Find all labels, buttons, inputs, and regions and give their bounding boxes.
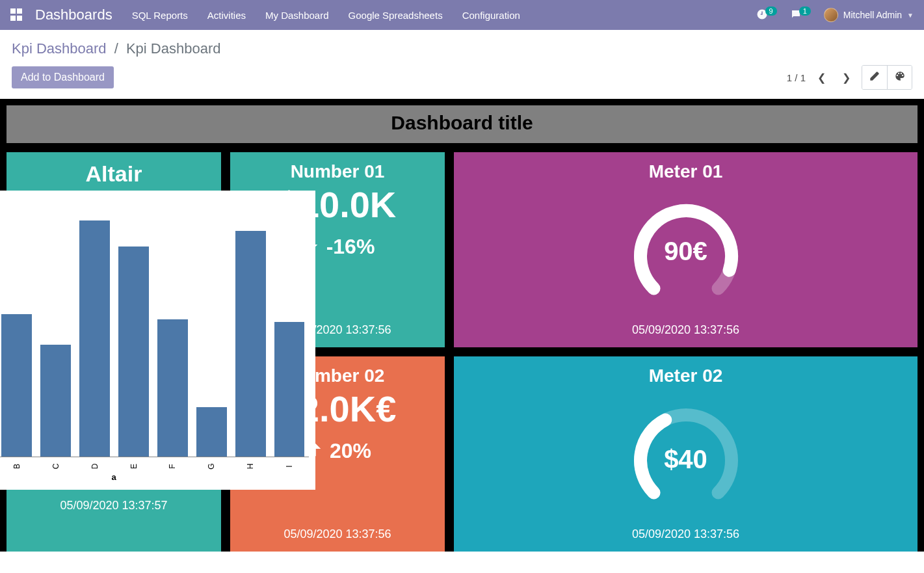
gauge: $40	[621, 395, 751, 500]
bar	[1, 314, 32, 457]
x-tick: E	[129, 464, 139, 469]
gauge-value: $40	[664, 445, 707, 474]
add-to-dashboard-button[interactable]: Add to Dashboard	[12, 66, 114, 88]
bar	[274, 322, 305, 457]
pencil-icon	[869, 71, 880, 84]
user-name: Mitchell Admin	[843, 10, 902, 20]
tile-meter-01[interactable]: Meter 01 90€ 05/09/2020 13:37:56	[454, 152, 917, 347]
bar	[196, 407, 227, 457]
messages-indicator[interactable]: 1	[790, 8, 811, 22]
nav-activities[interactable]: Activities	[207, 10, 246, 21]
dashboard-title: Dashboard title	[7, 112, 917, 134]
tile-timestamp: 05/09/2020 13:37:56	[632, 323, 739, 337]
gauge-value: 90€	[664, 237, 707, 266]
gauge: 90€	[621, 191, 751, 295]
pager-next[interactable]: ❯	[837, 67, 855, 88]
pager-text: 1 / 1	[787, 72, 806, 83]
tile-timestamp: 05/09/2020 13:37:56	[284, 527, 391, 541]
tile-title: Altair	[86, 161, 142, 187]
x-tick: B	[12, 464, 21, 469]
tile-meter-02[interactable]: Meter 02 $40 05/09/2020 13:37:56	[454, 356, 917, 552]
breadcrumb-current: Kpi Dashboard	[126, 40, 221, 57]
tile-timestamp: 05/09/2020 13:37:57	[60, 499, 167, 513]
delta-text: -16%	[326, 235, 375, 259]
tile-title: Number 01	[291, 161, 385, 182]
edit-button[interactable]	[862, 66, 887, 89]
x-tick: G	[207, 463, 216, 469]
bar-chart: b a 0102030405060708090100ABCDEFGHI	[0, 191, 315, 490]
chevron-down-icon: ▼	[907, 12, 914, 19]
tile-title: Meter 02	[649, 366, 723, 386]
x-tick: H	[246, 464, 255, 470]
palette-icon	[894, 70, 906, 85]
bar	[235, 231, 266, 457]
x-tick: D	[90, 464, 99, 470]
tile-title: Meter 01	[649, 161, 723, 182]
bar	[157, 319, 188, 457]
breadcrumb-root[interactable]: Kpi Dashboard	[12, 40, 107, 57]
bar	[79, 220, 110, 457]
nav-configuration[interactable]: Configuration	[462, 10, 520, 21]
nav-menu: SQL Reports Activities My Dashboard Goog…	[132, 10, 520, 21]
pager-prev[interactable]: ❮	[812, 67, 830, 88]
x-axis-label: a	[111, 472, 116, 482]
x-tick: F	[168, 464, 177, 468]
avatar	[824, 8, 838, 22]
view-switcher	[862, 65, 912, 90]
pager: 1 / 1 ❮ ❯	[787, 67, 855, 88]
x-tick: I	[285, 465, 294, 467]
user-menu[interactable]: Mitchell Admin ▼	[824, 8, 914, 22]
delta-text: 20%	[330, 439, 371, 463]
palette-button[interactable]	[887, 66, 912, 89]
apps-icon[interactable]	[10, 8, 23, 21]
top-nav: Dashboards SQL Reports Activities My Das…	[0, 0, 924, 30]
bar	[118, 247, 149, 457]
x-tick: C	[51, 464, 60, 470]
activity-indicator[interactable]: 9	[756, 8, 777, 22]
nav-sql-reports[interactable]: SQL Reports	[132, 10, 188, 21]
tile-altair-chart[interactable]: Altair b a 0102030405060708090100ABCDEFG…	[7, 152, 221, 552]
activity-count: 9	[765, 7, 777, 16]
tile-timestamp: 05/09/2020 13:37:56	[632, 527, 739, 541]
breadcrumb: Kpi Dashboard / Kpi Dashboard	[12, 40, 912, 57]
app-title[interactable]: Dashboards	[35, 7, 112, 23]
message-count: 1	[799, 7, 811, 16]
dashboard-title-bar: Dashboard title	[7, 105, 917, 143]
nav-my-dashboard[interactable]: My Dashboard	[265, 10, 329, 21]
nav-google-spreadsheets[interactable]: Google Spreadsheets	[349, 10, 443, 21]
subheader: Kpi Dashboard / Kpi Dashboard Add to Das…	[0, 30, 924, 95]
bar	[40, 345, 71, 457]
dashboard-canvas: Dashboard title Number 01 $10.0K -16% 05…	[0, 99, 924, 552]
breadcrumb-sep: /	[114, 40, 118, 57]
